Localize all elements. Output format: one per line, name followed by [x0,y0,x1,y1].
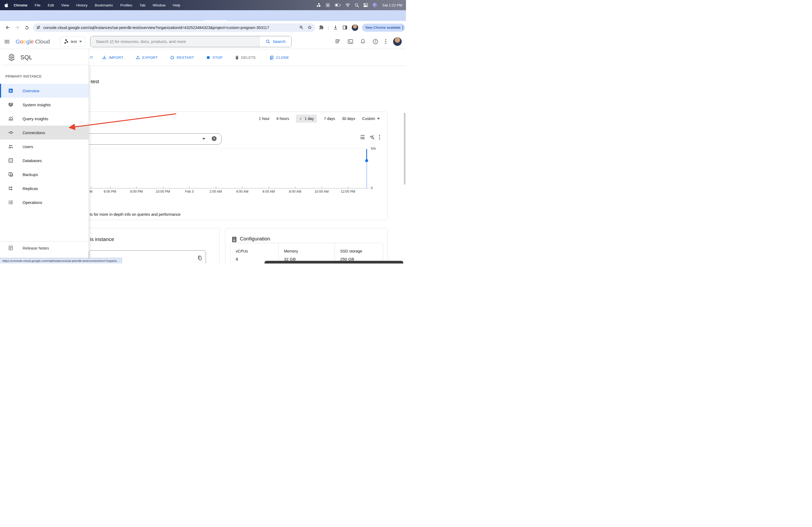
chart-more-icon[interactable] [379,135,380,140]
browser-tab-strip: Inbox (5×Confere×Peerdb (×DAISDAIS24 (×P… [0,10,406,21]
wifi-icon[interactable] [345,3,350,7]
explore-metrics-icon[interactable] [369,134,375,140]
release-notes-label: Release Notes [23,246,49,250]
sidebar-item-replicas[interactable]: Replicas [0,181,89,195]
import-icon [102,55,106,60]
cloud-sql-icon [8,54,15,61]
sidebar-item-users[interactable]: Users [0,139,89,153]
notifications-bell-icon[interactable] [360,39,366,45]
site-settings-icon[interactable] [36,25,41,30]
gcloud-header-icons: ? [335,37,402,46]
time-range-1-hour[interactable]: 1 hour [259,117,270,121]
menu-item-tab[interactable]: Tab [140,3,146,7]
help-icon[interactable]: ? [373,39,378,45]
sidebar-item-system-insights[interactable]: System insights [0,98,89,111]
svg-text:?: ? [213,137,215,140]
toolbar-stop-button[interactable]: STOP [206,49,222,66]
menu-item-bookmarks[interactable]: Bookmarks [95,3,113,7]
menu-item-history[interactable]: History [76,3,88,7]
menu-status-icons: Sat 1:22 PM [317,3,406,7]
release-notes-icon [8,245,13,251]
connect-card-title-fragment: is instance [90,236,114,242]
sidebar-item-overview[interactable]: Overview [0,84,89,98]
sidebar-item-connections[interactable]: Connections [0,125,89,139]
check-icon: ✓ [299,117,302,121]
time-range-Custom[interactable]: Custom [362,117,380,121]
cloud-shell-icon[interactable] [347,39,353,45]
area-chart-icon[interactable] [360,134,365,140]
cloud-search-input[interactable] [95,39,259,44]
cloud-search-button[interactable]: Search [259,36,291,47]
delete-icon [235,55,239,60]
cloud-search-input-area[interactable] [90,36,259,47]
project-name: test [71,40,77,44]
menu-item-view[interactable]: View [61,3,69,7]
time-range-7-days[interactable]: 7 days [324,117,335,121]
macos-dock-edge[interactable] [264,261,403,264]
url-text[interactable]: console.cloud.google.com/sql/instances/s… [43,26,299,30]
gcloud-logo[interactable]: Google Cloud [16,39,50,45]
page-scrollbar[interactable] [404,113,405,185]
spotlight-icon[interactable] [355,3,359,7]
zoom-page-icon[interactable] [299,25,304,30]
menu-item-chrome[interactable]: Chrome [14,3,27,7]
time-range-label: 30 days [342,117,355,121]
toolbar-export-button[interactable]: EXPORT [135,49,158,66]
toolbar-import-button[interactable]: IMPORT [102,49,124,66]
config-stat-label: vCPUs [236,249,278,253]
x-tick-label: 8:00 PM [126,190,147,194]
control-center-icon[interactable] [363,3,368,7]
chrome-update-button[interactable]: New Chrome available [362,24,405,32]
apple-menu-icon[interactable] [4,3,8,7]
menu-item-window[interactable]: Window [153,3,165,7]
nav-menu-icon[interactable] [4,39,10,44]
menu-clock[interactable]: Sat 1:22 PM [382,3,402,7]
menu-item-help[interactable]: Help [173,3,180,7]
sidebar-item-query-insights[interactable]: Query insights [0,111,89,125]
sidebar-item-operations[interactable]: Operations [0,195,89,209]
metric-dropdown-caret-icon[interactable] [202,138,205,140]
time-range-1-day[interactable]: ✓1 day [296,115,317,123]
time-range-6-hours[interactable]: 6 hours [277,117,289,121]
downloads-icon[interactable] [333,25,338,30]
sidebar-item-databases[interactable]: Databases [0,153,89,167]
query-insights-note-fragment: ts for more in-depth info on queries and… [90,212,181,216]
extensions-icon[interactable] [319,25,324,30]
browser-profile-avatar[interactable] [352,25,358,31]
project-picker[interactable]: test [60,36,86,47]
time-range-30-days[interactable]: 30 days [342,117,355,121]
release-notes-feed-icon[interactable] [335,39,341,45]
x-tick-label: 10:00 PM [153,190,173,194]
analytics-icon [8,116,13,121]
siri-icon[interactable] [373,3,377,7]
menu-item-file[interactable]: File [35,3,41,7]
sidebar-item-label: Query insights [23,117,48,121]
sidebar-items: OverviewSystem insightsQuery insightsCon… [0,84,89,209]
data-point-dot[interactable] [365,159,368,162]
battery-icon[interactable] [335,3,341,7]
menu-items: ChromeFileEditViewHistoryBookmarksProfil… [14,3,180,7]
toolbar-restart-button[interactable]: RESTART [170,49,194,66]
more-vertical-icon[interactable] [385,39,387,44]
sidebar-item-label: Connections [23,131,45,135]
sidebar-item-release-notes[interactable]: Release Notes [0,241,89,254]
bookmark-star-icon[interactable] [307,25,312,30]
side-panel-icon[interactable] [342,25,347,30]
toolbar-it-button[interactable]: IT [90,49,93,66]
blocks-icon[interactable] [317,3,321,7]
menu-item-profiles[interactable]: Profiles [120,3,132,7]
search-icon [265,39,271,44]
metric-help-icon[interactable]: ? [211,136,217,141]
toolbar-clone-button[interactable]: CLONE [269,49,289,66]
forward-button[interactable] [12,23,22,32]
chart-toolbar [360,134,380,140]
sidebar-item-backups[interactable]: Backups [0,167,89,181]
omnibox[interactable]: console.cloud.google.com/sql/instances/s… [33,23,315,32]
account-avatar[interactable] [393,37,402,46]
shield-app-icon[interactable] [325,3,330,7]
copy-icon[interactable] [197,255,202,260]
toolbar-delete-button[interactable]: DELETE [235,49,256,66]
reload-button[interactable] [22,23,32,32]
menu-item-edit[interactable]: Edit [48,3,54,7]
back-button[interactable] [3,23,12,32]
